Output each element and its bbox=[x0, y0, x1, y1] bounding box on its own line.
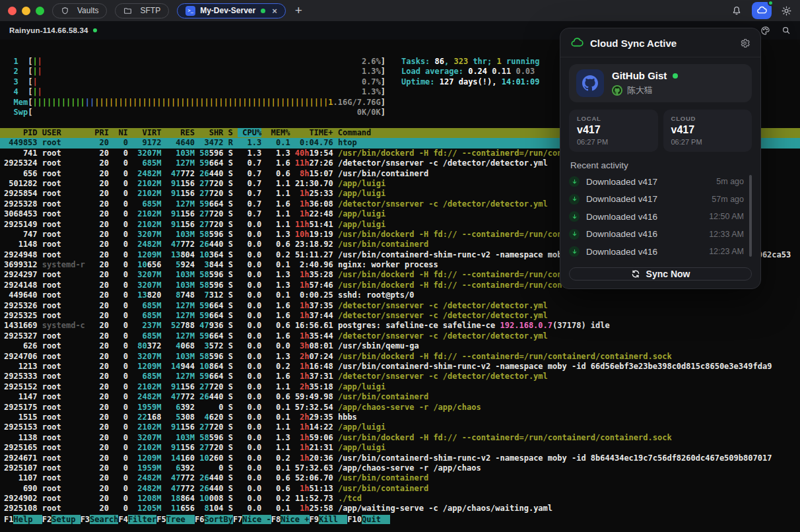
summary-line: Load average: 0.24 0.11 0.03 bbox=[401, 67, 540, 77]
process-row[interactable]: 1515 root 20 0 22168 5308 4620 S 0.0 0.1… bbox=[0, 413, 800, 422]
process-row[interactable]: 2925152 root 20 0 2102M 91156 27720 S 0.… bbox=[0, 382, 800, 392]
htop-summary: Tasks: 86, 323 thr; 1 runningLoad averag… bbox=[401, 57, 540, 87]
download-arrow-icon bbox=[569, 176, 580, 187]
cpu-meter: 2 [|| 1.3%] bbox=[4, 67, 385, 77]
process-row[interactable]: 1147 root 20 0 2482M 47772 26440 S 0.0 0… bbox=[0, 392, 800, 402]
brightness-icon[interactable] bbox=[781, 5, 792, 17]
panel-title: Cloud Sync Active bbox=[590, 38, 739, 49]
window-tab-bar: VaultsSFTP>_My-Dev-Server× + bbox=[0, 0, 800, 21]
provider-status-dot bbox=[673, 73, 678, 79]
activity-label: Downloaded v417 bbox=[586, 177, 716, 187]
folder-icon bbox=[123, 7, 136, 15]
process-row[interactable]: 690 root 20 0 2482M 47772 26440 S 0.0 0.… bbox=[0, 484, 800, 494]
process-row[interactable]: 2925108 root 20 0 1205M 11656 8104 S 0.0… bbox=[0, 504, 800, 514]
process-row[interactable]: 2925325 root 20 0 685M 127M 59664 S 0.0 … bbox=[0, 311, 800, 321]
process-row[interactable]: 2924671 root 20 0 1209M 14160 10260 S 0.… bbox=[0, 453, 800, 463]
swap-meter: Swp[ 0K/0K] bbox=[4, 108, 385, 117]
process-row[interactable]: 2925153 root 20 0 2102M 91156 27720 S 0.… bbox=[0, 422, 800, 432]
process-row[interactable]: 1107 root 20 0 2482M 47772 26440 S 0.0 0… bbox=[0, 473, 800, 483]
sync-now-label: Sync Now bbox=[646, 269, 690, 279]
process-row[interactable]: 2925326 root 20 0 685M 127M 59664 S 0.0 … bbox=[0, 301, 800, 311]
fkey-f7[interactable]: F7Nice - bbox=[233, 515, 271, 524]
activity-label: Downloaded v416 bbox=[586, 229, 709, 239]
local-version: v417 bbox=[577, 124, 650, 136]
palette-icon[interactable] bbox=[760, 26, 770, 36]
close-window-button[interactable] bbox=[8, 7, 17, 15]
new-tab-button[interactable]: + bbox=[295, 3, 302, 18]
host-label: Rainyun-114.66.58.34 bbox=[9, 26, 88, 34]
summary-line: Tasks: 86, 323 thr; 1 running bbox=[401, 57, 540, 67]
process-row[interactable]: 449640 root 20 0 13820 8748 7312 S 0.0 0… bbox=[0, 290, 800, 300]
activity-label: Downloaded v417 bbox=[586, 194, 712, 204]
htop-meters: 1 [|| 2.6%] 2 [|| 1.3%] 3 [| bbox=[4, 57, 385, 117]
fkey-f9[interactable]: F9Kill bbox=[310, 515, 348, 524]
activity-label: Downloaded v416 bbox=[586, 247, 709, 257]
sync-now-button[interactable]: Sync Now bbox=[569, 267, 752, 281]
activity-item: Downloaded v41612:33 AM bbox=[569, 226, 752, 244]
activity-scrollbar[interactable] bbox=[749, 175, 752, 257]
process-row[interactable]: 2925165 root 20 0 2102M 91156 27720 S 0.… bbox=[0, 443, 800, 453]
fkey-f3[interactable]: F3Search bbox=[81, 515, 119, 524]
gear-icon[interactable] bbox=[739, 38, 750, 49]
activity-item: Downloaded v41612:50 AM bbox=[569, 208, 752, 226]
process-row[interactable]: 2925107 root 20 0 1959M 6392 0 S 0.0 0.1… bbox=[0, 463, 800, 473]
process-row[interactable]: 626 root 20 0 80372 4068 3572 S 0.0 0.0 … bbox=[0, 341, 800, 351]
download-arrow-icon bbox=[569, 229, 580, 240]
local-version-card: LOCAL v417 06:27 PM bbox=[569, 110, 658, 152]
bell-icon[interactable] bbox=[731, 5, 743, 17]
activity-time: 12:23 AM bbox=[709, 247, 744, 256]
fkey-f10[interactable]: F10Quit bbox=[347, 515, 390, 524]
cpu-meter: 1 [|| 2.6%] bbox=[4, 57, 385, 67]
process-row[interactable]: 2925333 root 20 0 685M 127M 59664 S 0.0 … bbox=[0, 372, 800, 382]
refresh-icon bbox=[631, 269, 640, 279]
activity-list: Downloaded v4175m agoDownloaded v41757m … bbox=[569, 173, 752, 261]
activity-item: Downloaded v41757m ago bbox=[569, 191, 752, 209]
process-row[interactable]: 2924706 root 20 0 3207M 103M 58596 S 0.0… bbox=[0, 352, 800, 362]
tab-sftp[interactable]: SFTP bbox=[115, 3, 169, 18]
cloud-sync-button[interactable] bbox=[752, 2, 772, 19]
tab-status-dot bbox=[261, 9, 265, 13]
activity-time: 12:50 AM bbox=[709, 212, 744, 221]
traffic-lights bbox=[8, 7, 44, 15]
tab-label: SFTP bbox=[140, 6, 160, 15]
tab-label: My-Dev-Server bbox=[200, 6, 255, 15]
terminal-icon: >_ bbox=[185, 6, 195, 16]
sync-provider-card: GitHub Gist 陈大猫 bbox=[569, 64, 752, 102]
cloud-version: v417 bbox=[671, 124, 745, 136]
process-row[interactable]: 1213 root 20 0 1209M 14944 10864 S 0.0 0… bbox=[0, 362, 800, 372]
local-label: LOCAL bbox=[577, 115, 650, 122]
shield-icon bbox=[61, 7, 73, 15]
close-tab-icon[interactable]: × bbox=[272, 7, 277, 15]
fkey-f6[interactable]: F6SortBy bbox=[195, 515, 233, 524]
fkey-f1[interactable]: F1Help bbox=[4, 515, 42, 524]
process-row[interactable]: 2925327 root 20 0 685M 127M 59664 S 0.0 … bbox=[0, 331, 800, 341]
avatar bbox=[612, 85, 622, 96]
fkey-f5[interactable]: F5Tree bbox=[156, 515, 195, 524]
process-row[interactable]: 2925175 root 20 0 1959M 6392 0 S 0.0 0.1… bbox=[0, 403, 800, 413]
process-row[interactable]: 1138 root 20 0 3207M 103M 58596 S 0.0 1.… bbox=[0, 433, 800, 443]
search-icon[interactable] bbox=[782, 26, 791, 35]
cloud-status-dot bbox=[768, 0, 774, 6]
process-row[interactable]: 1431669 systemd-c 20 0 237M 52788 47936 … bbox=[0, 321, 800, 331]
activity-time: 5m ago bbox=[716, 177, 744, 186]
minimize-window-button[interactable] bbox=[22, 7, 30, 15]
fkey-f2[interactable]: F2Setup bbox=[42, 515, 81, 524]
sort-column-cpu: CPU% bbox=[238, 128, 261, 137]
fkey-f8[interactable]: F8Nice + bbox=[271, 515, 310, 524]
cpu-meter: 3 [| 0.7%] bbox=[4, 77, 385, 87]
provider-name: GitHub Gist bbox=[612, 70, 667, 81]
cloud-sync-panel: Cloud Sync Active GitHub Gist bbox=[560, 28, 761, 289]
download-arrow-icon bbox=[569, 194, 580, 205]
local-time: 06:27 PM bbox=[577, 138, 650, 146]
provider-owner: 陈大猫 bbox=[627, 84, 653, 96]
htop-function-key-bar: F1Help F2Setup F3SearchF4FilterF5Tree F6… bbox=[0, 515, 800, 525]
connection-status-dot bbox=[93, 28, 97, 32]
fkey-f4[interactable]: F4Filter bbox=[118, 515, 156, 524]
process-row[interactable]: 2924902 root 20 0 1208M 18864 10008 S 0.… bbox=[0, 494, 800, 504]
tab-my-dev-server[interactable]: >_My-Dev-Server× bbox=[177, 3, 286, 18]
cloud-green-icon bbox=[570, 36, 583, 50]
tab-vaults[interactable]: Vaults bbox=[52, 3, 107, 18]
cloud-version-card: CLOUD v417 06:27 PM bbox=[663, 110, 752, 152]
zoom-window-button[interactable] bbox=[36, 7, 44, 15]
activity-time: 12:33 AM bbox=[709, 230, 744, 239]
